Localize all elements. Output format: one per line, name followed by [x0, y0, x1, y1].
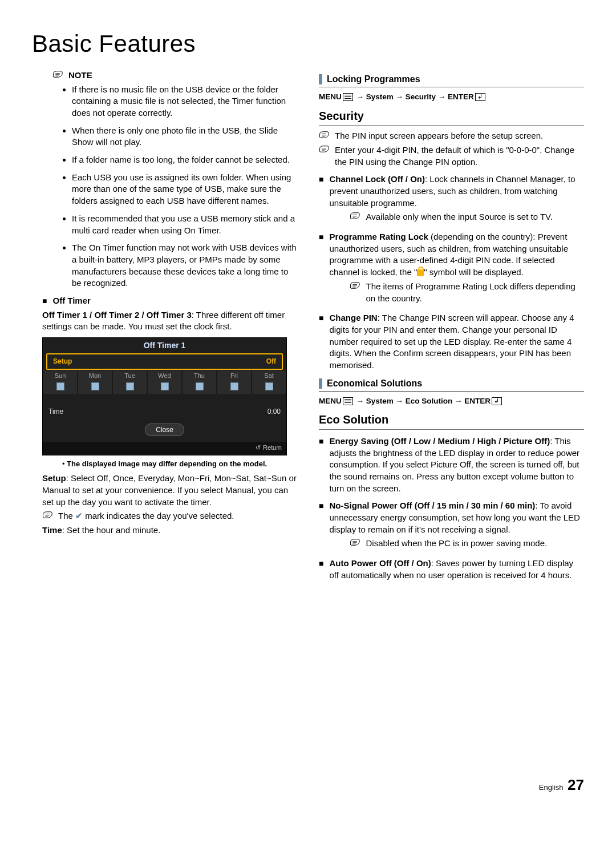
day-cell[interactable]: Fri — [217, 370, 252, 394]
menu-icon — [343, 93, 353, 101]
page-title: Basic Features — [32, 27, 584, 61]
square-bullet-icon: ■ — [319, 502, 323, 510]
prog-lock-subnote: The items of Programme Rating Lock diffe… — [366, 281, 584, 304]
day-cell[interactable]: Mon — [78, 370, 112, 394]
check-icon: ✔ — [75, 511, 83, 521]
off-timer-intro: Off Timer 1 / Off Timer 2 / Off Timer 3:… — [42, 309, 297, 333]
day-cell[interactable]: Sun — [43, 370, 78, 394]
right-column: Locking Programmes MENU → System → Secur… — [319, 67, 584, 796]
timer-setup-label: Setup — [53, 357, 72, 366]
left-column: NOTE If there is no music file on the US… — [32, 67, 297, 796]
timer-time-row[interactable]: Time 0:00 — [43, 394, 286, 419]
nosignal-subnote: Disabled when the PC is in power saving … — [366, 538, 547, 550]
model-disclaimer: • The displayed image may differ dependi… — [32, 459, 297, 469]
eco-solution-header: Eco Solution — [319, 412, 584, 430]
off-timer-screenshot: Off Timer 1 Setup Off Sun Mon Tue Wed Th… — [42, 337, 287, 455]
list-item: If there is no music file on the USB dev… — [72, 84, 297, 119]
return-icon: ↺ — [256, 443, 261, 452]
return-row[interactable]: ↺Return — [43, 442, 286, 455]
square-bullet-icon: ■ — [319, 437, 323, 445]
time-text: Time: Set the hour and minute. — [42, 525, 297, 537]
list-item: When there is only one photo file in the… — [72, 125, 297, 148]
security-note-2: Enter your 4-digit PIN, the default of w… — [335, 144, 584, 168]
page-footer: English 27 — [319, 775, 584, 796]
channel-lock-subnote: Available only when the input Source is … — [366, 211, 552, 223]
change-pin-item: Change PIN: The Change PIN screen will a… — [329, 312, 584, 371]
timer-time-value: 0:00 — [268, 407, 281, 417]
locking-header: Locking Programmes — [319, 73, 584, 87]
day-cell[interactable]: Wed — [147, 370, 182, 394]
setup-text: Setup: Select Off, Once, Everyday, Mon~F… — [42, 473, 297, 508]
menu-icon — [343, 397, 353, 405]
square-bullet-icon: ■ — [319, 559, 323, 567]
day-cell[interactable]: Sat — [252, 370, 286, 394]
close-button[interactable]: Close — [145, 424, 184, 437]
day-cell[interactable]: Thu — [182, 370, 217, 394]
note-icon — [350, 281, 360, 293]
timer-time-label: Time — [48, 407, 63, 417]
nosignal-item: No-Signal Power Off (Off / 15 min / 30 m… — [329, 500, 584, 552]
programme-rating-lock-item: Programme Rating Lock (depending on the … — [329, 231, 584, 307]
note-icon — [42, 510, 52, 522]
day-cell[interactable]: Tue — [112, 370, 147, 394]
security-note-1: The PIN input screen appears before the … — [335, 130, 543, 142]
list-item: It is recommended that you use a USB mem… — [72, 213, 297, 236]
timer-setup-row[interactable]: Setup Off — [46, 353, 283, 370]
note-icon — [52, 70, 63, 82]
list-item: The On Timer function may not work with … — [72, 242, 297, 289]
square-bullet-icon: ■ — [319, 175, 323, 183]
enter-icon — [492, 397, 502, 405]
timer-day-grid[interactable]: Sun Mon Tue Wed Thu Fri Sat — [43, 370, 286, 394]
list-item: If a folder name is too long, the folder… — [72, 154, 297, 166]
economical-header: Economical Solutions — [319, 377, 584, 392]
note-icon — [319, 144, 329, 156]
check-note: The ✔ mark indicates the day you've sele… — [58, 510, 234, 522]
off-timer-label: Off Timer — [52, 295, 90, 307]
list-item: Each USB you use is assigned its own fol… — [72, 172, 297, 207]
channel-lock-item: Channel Lock (Off / On): Lock channels i… — [329, 174, 584, 225]
note-list: If there is no music file on the USB dev… — [63, 84, 297, 289]
timer-setup-value: Off — [266, 357, 276, 366]
note-icon — [350, 211, 360, 223]
locking-menupath: MENU → System → Security → ENTER — [319, 92, 584, 103]
note-label: NOTE — [68, 70, 92, 82]
enter-icon — [475, 93, 485, 101]
energy-saving-item: Energy Saving (Off / Low / Medium / High… — [329, 435, 584, 494]
note-icon — [319, 130, 329, 142]
square-bullet-icon: ■ — [42, 297, 47, 305]
autopower-item: Auto Power Off (Off / On): Saves power b… — [329, 558, 584, 581]
eco-menupath: MENU → System → Eco Solution → ENTER — [319, 396, 584, 407]
note-icon — [350, 538, 360, 550]
security-header: Security — [319, 108, 584, 126]
square-bullet-icon: ■ — [319, 233, 323, 241]
square-bullet-icon: ■ — [319, 314, 323, 322]
timer-box-title: Off Timer 1 — [43, 338, 286, 353]
lock-icon — [417, 269, 424, 276]
